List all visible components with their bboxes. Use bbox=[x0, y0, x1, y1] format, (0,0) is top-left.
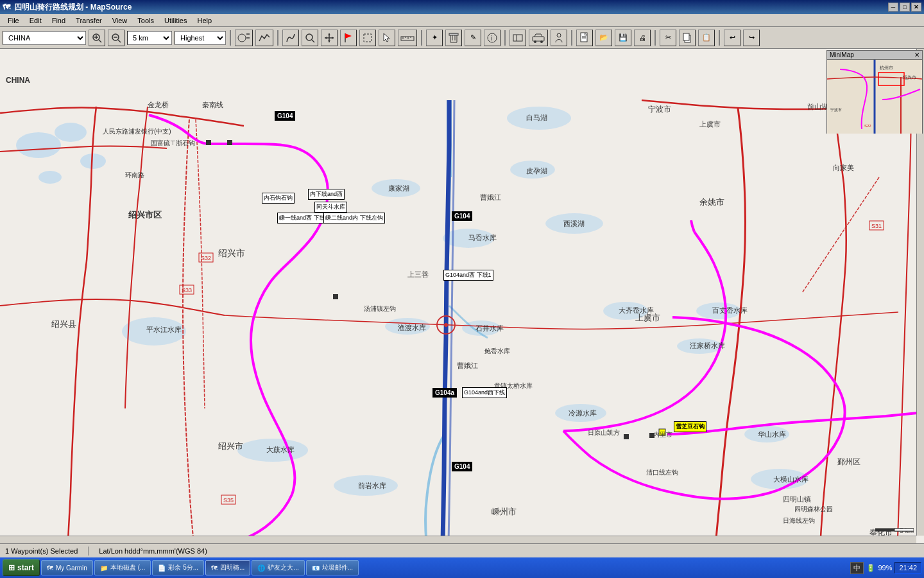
minimize-button[interactable]: ─ bbox=[888, 3, 898, 12]
cut-btn[interactable]: ✂ bbox=[660, 30, 676, 46]
garmin-icon: 🗺 bbox=[47, 565, 53, 572]
cursor-icon bbox=[381, 32, 393, 44]
svg-marker-13 bbox=[345, 33, 352, 39]
undo-btn[interactable]: ↩ bbox=[724, 30, 740, 46]
map-btn[interactable] bbox=[509, 30, 526, 46]
menu-help[interactable]: Help bbox=[192, 15, 217, 26]
open-btn[interactable]: 📂 bbox=[595, 30, 612, 46]
zoom-out-button[interactable] bbox=[108, 30, 124, 46]
flag-button[interactable] bbox=[340, 30, 357, 46]
menu-tools[interactable]: Tools bbox=[132, 15, 159, 26]
menu-transfer[interactable]: Transfer bbox=[71, 15, 107, 26]
svg-point-7 bbox=[238, 34, 246, 42]
app-icon: 🗺 bbox=[3, 3, 10, 12]
zoom-out-icon bbox=[111, 33, 121, 43]
paste-btn[interactable]: 📋 bbox=[698, 30, 715, 46]
selection-status: 1 Waypoint(s) Selected bbox=[5, 547, 78, 555]
pan-button[interactable] bbox=[321, 30, 338, 46]
scale-select[interactable]: 5 km bbox=[127, 31, 172, 45]
edit-btn2[interactable]: ✎ bbox=[465, 30, 481, 46]
print-btn[interactable]: 🖨 bbox=[634, 30, 651, 46]
search-button[interactable] bbox=[302, 30, 318, 46]
svg-point-45 bbox=[510, 161, 555, 179]
select-icon bbox=[362, 32, 373, 44]
ime-indicator[interactable]: 中 bbox=[850, 562, 864, 574]
redo-btn[interactable]: ↪ bbox=[743, 30, 760, 46]
svg-rect-31 bbox=[581, 33, 587, 42]
delete-button[interactable] bbox=[445, 30, 462, 46]
svg-rect-76 bbox=[659, 429, 665, 435]
separator-1 bbox=[230, 30, 231, 46]
measure-button[interactable] bbox=[398, 30, 417, 46]
menu-view[interactable]: View bbox=[107, 15, 133, 26]
battery-status: 99% bbox=[878, 564, 892, 572]
menu-file[interactable]: File bbox=[3, 15, 24, 26]
car-btn[interactable] bbox=[529, 30, 548, 46]
map-canvas: S33 S32 S35 S31 CHINA 绍兴市区 绍兴县 绍兴市 绍兴市 余 bbox=[0, 49, 924, 543]
detail-select[interactable]: Highest bbox=[175, 31, 226, 45]
menu-edit[interactable]: Edit bbox=[24, 15, 47, 26]
minimap: MiniMap ✕ 杭州市 绍兴市 宁波市 S22 bbox=[826, 50, 923, 134]
svg-point-44 bbox=[507, 107, 571, 130]
caiyun-icon: 📄 bbox=[158, 565, 166, 572]
car-icon bbox=[531, 32, 545, 44]
zoom-in-button[interactable] bbox=[89, 30, 105, 46]
track-button[interactable] bbox=[255, 30, 273, 46]
taskbar-app-friend[interactable]: 🌐 驴友之大... bbox=[252, 560, 304, 575]
taskbar-app-siming[interactable]: 🗺 四明骑... bbox=[205, 560, 250, 575]
siming-icon: 🗺 bbox=[211, 565, 218, 572]
svg-point-28 bbox=[534, 40, 536, 43]
info-button[interactable]: i bbox=[484, 30, 501, 46]
svg-point-46 bbox=[545, 213, 603, 234]
taskbar-app-disk[interactable]: 📁 本地磁盘 (... bbox=[94, 560, 151, 575]
svg-point-60 bbox=[696, 302, 741, 319]
battery-icon: 🔋 bbox=[866, 564, 875, 572]
add-waypoint-button[interactable]: ✦ bbox=[426, 30, 443, 46]
separator-3 bbox=[421, 30, 422, 46]
minimap-svg: 杭州市 绍兴市 宁波市 S22 bbox=[827, 60, 922, 134]
svg-point-50 bbox=[385, 318, 430, 335]
close-button[interactable]: ✕ bbox=[911, 3, 921, 12]
flag-icon bbox=[343, 32, 354, 44]
search-icon bbox=[304, 32, 316, 44]
svg-point-43 bbox=[38, 171, 62, 184]
pan-icon bbox=[323, 32, 335, 44]
copy-btn[interactable] bbox=[679, 30, 696, 46]
svg-point-53 bbox=[677, 338, 722, 354]
svg-rect-72 bbox=[227, 140, 232, 145]
select-button[interactable] bbox=[359, 30, 376, 46]
svg-point-48 bbox=[122, 317, 186, 346]
minimap-title-text: MiniMap bbox=[830, 51, 854, 58]
taskbar-app-caiyun[interactable]: 📄 彩余 5分... bbox=[152, 560, 204, 575]
map-svg: S33 S32 S35 S31 bbox=[0, 49, 924, 543]
svg-point-30 bbox=[557, 33, 561, 37]
horizontal-scrollbar[interactable] bbox=[0, 536, 916, 543]
svg-text:S31: S31 bbox=[871, 223, 882, 229]
separator-6 bbox=[654, 30, 656, 46]
region-select[interactable]: CHINA bbox=[3, 31, 86, 45]
save-btn[interactable]: 💾 bbox=[615, 30, 631, 46]
minimap-close[interactable]: ✕ bbox=[914, 51, 920, 58]
svg-point-52 bbox=[603, 302, 648, 320]
svg-line-1 bbox=[99, 40, 101, 42]
maximize-button[interactable]: □ bbox=[900, 3, 910, 12]
map-container[interactable]: S33 S32 S35 S31 CHINA 绍兴市区 绍兴县 绍兴市 绍兴市 余 bbox=[0, 49, 924, 543]
system-clock: 21:42 bbox=[894, 562, 921, 574]
svg-rect-14 bbox=[364, 34, 372, 42]
menu-utilities[interactable]: Utilities bbox=[159, 15, 192, 26]
coords-status: Lat/Lon hddd°mm.mmm'(WGS 84) bbox=[99, 547, 207, 555]
taskbar-app-trash[interactable]: 📧 垃圾邮件... bbox=[306, 560, 359, 575]
menu-bar: File Edit Find Transfer View Tools Utili… bbox=[0, 14, 924, 27]
start-button[interactable]: ⊞ start bbox=[3, 559, 40, 576]
trash-label: 垃圾邮件... bbox=[322, 563, 353, 572]
menu-find[interactable]: Find bbox=[47, 15, 71, 26]
svg-rect-78 bbox=[875, 529, 894, 531]
person-btn[interactable] bbox=[551, 30, 567, 46]
taskbar-app-garmin[interactable]: 🗺 My Garmin bbox=[41, 560, 93, 575]
new-btn[interactable] bbox=[576, 30, 593, 46]
cursor-button[interactable] bbox=[379, 30, 395, 46]
title-bar-controls[interactable]: ─ □ ✕ bbox=[888, 3, 921, 12]
route-button[interactable] bbox=[282, 30, 299, 46]
svg-point-58 bbox=[744, 426, 789, 442]
waypoint-button[interactable] bbox=[235, 30, 253, 46]
